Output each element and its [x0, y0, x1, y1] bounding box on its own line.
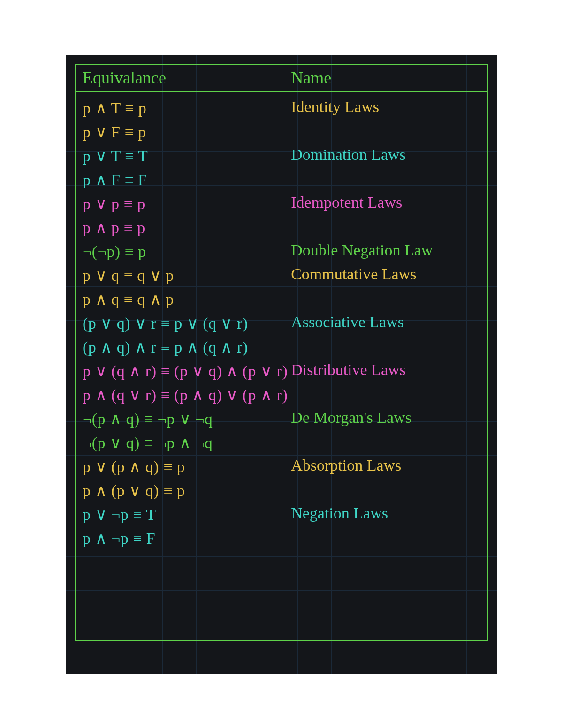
law-name: Commutative Laws	[291, 263, 480, 283]
law-formula: p ∨ (p ∧ q) ≡ p	[83, 455, 291, 479]
header-equivalence: Equivalance	[83, 68, 291, 88]
law-name: Idempotent Laws	[291, 192, 480, 211]
law-equiv: p ∨ (p ∧ q) ≡ p p ∧ (p ∨ q) ≡ p	[83, 455, 291, 503]
law-equiv: p ∨ (q ∧ r) ≡ (p ∨ q) ∧ (p ∨ r) p ∧ (q ∨…	[83, 359, 291, 407]
law-formula: p ∧ T ≡ p	[83, 96, 291, 120]
law-formula: p ∧ p ≡ p	[83, 216, 291, 240]
law-formula: p ∧ ¬p ≡ F	[83, 526, 291, 550]
law-name: Associative Laws	[291, 311, 480, 331]
law-name: Domination Laws	[291, 144, 480, 164]
law-formula: (p ∧ q) ∧ r ≡ p ∧ (q ∧ r)	[83, 335, 291, 359]
law-equiv: (p ∨ q) ∨ r ≡ p ∨ (q ∨ r) (p ∧ q) ∧ r ≡ …	[83, 311, 291, 359]
law-row-commutative: p ∨ q ≡ q ∨ p p ∧ q ≡ q ∧ p Commutative …	[83, 263, 480, 311]
law-formula: p ∧ F ≡ F	[83, 168, 291, 192]
law-formula: p ∧ q ≡ q ∧ p	[83, 287, 291, 311]
law-equiv: p ∨ T ≡ T p ∧ F ≡ F	[83, 144, 291, 192]
law-formula: ¬(¬p) ≡ p	[83, 240, 291, 263]
law-equiv: p ∧ T ≡ p p ∨ F ≡ p	[83, 96, 291, 144]
law-formula: ¬(p ∧ q) ≡ ¬p ∨ ¬q	[83, 407, 291, 431]
law-formula: (p ∨ q) ∨ r ≡ p ∨ (q ∨ r)	[83, 311, 291, 335]
law-row-distributive: p ∨ (q ∧ r) ≡ (p ∨ q) ∧ (p ∨ r) p ∧ (q ∨…	[83, 359, 480, 407]
law-equiv: ¬(p ∧ q) ≡ ¬p ∨ ¬q ¬(p ∨ q) ≡ ¬p ∧ ¬q	[83, 407, 291, 455]
law-equiv: p ∨ ¬p ≡ T p ∧ ¬p ≡ F	[83, 503, 291, 550]
table-body: p ∧ T ≡ p p ∨ F ≡ p Identity Laws p ∨ T …	[76, 92, 487, 640]
law-formula: p ∨ p ≡ p	[83, 192, 291, 216]
law-formula: p ∨ (q ∧ r) ≡ (p ∨ q) ∧ (p ∨ r)	[83, 359, 291, 383]
law-row-negation: p ∨ ¬p ≡ T p ∧ ¬p ≡ F Negation Laws	[83, 503, 480, 550]
table-header-row: Equivalance Name	[76, 65, 487, 92]
law-formula: p ∧ (q ∨ r) ≡ (p ∧ q) ∨ (p ∧ r)	[83, 383, 291, 407]
laws-table: Equivalance Name p ∧ T ≡ p p ∨ F ≡ p Ide…	[75, 64, 488, 641]
law-name: Double Negation Law	[291, 240, 480, 259]
law-row-demorgan: ¬(p ∧ q) ≡ ¬p ∨ ¬q ¬(p ∨ q) ≡ ¬p ∧ ¬q De…	[83, 407, 480, 455]
law-name: Distributive Laws	[291, 359, 480, 379]
law-name: Negation Laws	[291, 503, 480, 522]
law-formula: p ∨ F ≡ p	[83, 120, 291, 144]
law-row-idempotent: p ∨ p ≡ p p ∧ p ≡ p Idempotent Laws	[83, 192, 480, 240]
law-formula: ¬(p ∨ q) ≡ ¬p ∧ ¬q	[83, 431, 291, 455]
law-formula: p ∨ q ≡ q ∨ p	[83, 263, 291, 287]
law-equiv: ¬(¬p) ≡ p	[83, 240, 291, 263]
law-row-domination: p ∨ T ≡ T p ∧ F ≡ F Domination Laws	[83, 144, 480, 192]
law-equiv: p ∨ q ≡ q ∨ p p ∧ q ≡ q ∧ p	[83, 263, 291, 311]
law-name: De Morgan's Laws	[291, 407, 480, 427]
law-formula: p ∨ ¬p ≡ T	[83, 503, 291, 526]
law-formula: p ∧ (p ∨ q) ≡ p	[83, 479, 291, 503]
note-page: Equivalance Name p ∧ T ≡ p p ∨ F ≡ p Ide…	[66, 55, 497, 674]
law-row-double-negation: ¬(¬p) ≡ p Double Negation Law	[83, 240, 480, 263]
law-row-associative: (p ∨ q) ∨ r ≡ p ∨ (q ∨ r) (p ∧ q) ∧ r ≡ …	[83, 311, 480, 359]
law-row-identity: p ∧ T ≡ p p ∨ F ≡ p Identity Laws	[83, 96, 480, 144]
law-equiv: p ∨ p ≡ p p ∧ p ≡ p	[83, 192, 291, 240]
law-name: Absorption Laws	[291, 455, 480, 474]
law-formula: p ∨ T ≡ T	[83, 144, 291, 168]
header-name: Name	[291, 68, 480, 88]
law-row-absorption: p ∨ (p ∧ q) ≡ p p ∧ (p ∨ q) ≡ p Absorpti…	[83, 455, 480, 503]
law-name: Identity Laws	[291, 96, 480, 116]
